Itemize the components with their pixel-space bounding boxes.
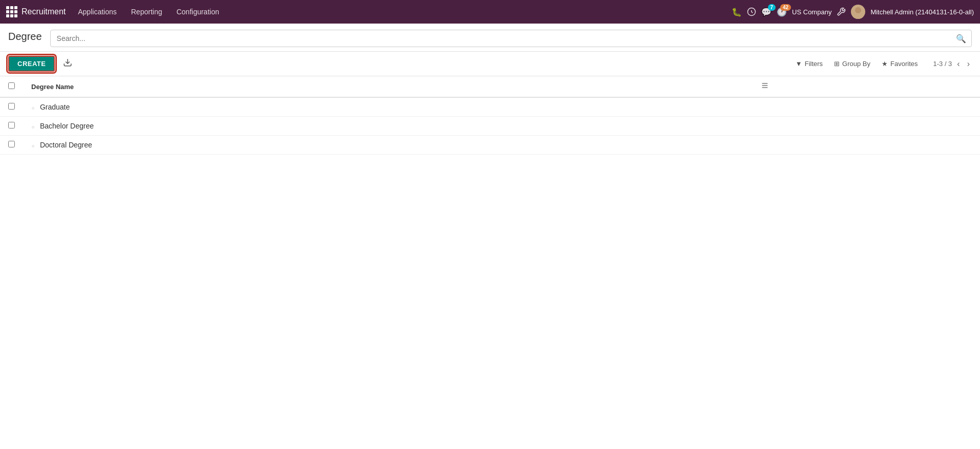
- chat-badge: 7: [768, 4, 776, 11]
- page-header: Degree 🔍: [0, 24, 980, 52]
- svg-point-1: [855, 7, 861, 13]
- filter-group: ▼ Filters ⊞ Group By ★ Favorites: [790, 57, 923, 70]
- groupby-button[interactable]: ⊞ Group By: [829, 57, 875, 70]
- column-settings-button[interactable]: [761, 81, 769, 92]
- svg-point-2: [853, 14, 863, 19]
- user-name: Mitchell Admin (21404131-16-0-all): [870, 8, 974, 16]
- navbar: Recruitment Applications Reporting Confi…: [0, 0, 980, 24]
- clock-badge: 42: [780, 4, 791, 11]
- nav-applications[interactable]: Applications: [72, 6, 123, 18]
- select-all-checkbox[interactable]: [8, 82, 15, 89]
- degree-table: Degree Name: [0, 76, 980, 155]
- row-spacer: [753, 117, 980, 136]
- favorites-label: Favorites: [890, 60, 918, 68]
- filter-icon: ▼: [796, 60, 802, 68]
- table-row[interactable]: ⬦ Doctoral Degree: [0, 136, 980, 155]
- create-button[interactable]: CREATE: [8, 56, 55, 72]
- activity-icon[interactable]: [747, 7, 756, 16]
- app-brand[interactable]: Recruitment: [6, 6, 66, 17]
- pagination-text: 1-3 / 3: [933, 60, 952, 68]
- company-name: US Company: [792, 8, 831, 16]
- prev-page-button[interactable]: ‹: [955, 58, 962, 70]
- toolbar: CREATE ▼ Filters ⊞ Group By: [0, 52, 980, 76]
- favorites-button[interactable]: ★ Favorites: [877, 57, 923, 70]
- row-checkbox-col: [0, 117, 23, 136]
- pagination: 1-3 / 3 ‹ ›: [933, 58, 972, 70]
- row-checkbox-col: [0, 97, 23, 117]
- row-degree-name: ⬦ Bachelor Degree: [23, 117, 753, 136]
- star-icon: ★: [882, 60, 888, 68]
- row-degree-name: ⬦ Graduate: [23, 97, 753, 117]
- download-button[interactable]: [59, 56, 76, 72]
- table-row[interactable]: ⬦ Bachelor Degree: [0, 117, 980, 136]
- avatar[interactable]: [851, 5, 865, 19]
- grid-icon: [6, 6, 17, 17]
- groupby-icon: ⊞: [834, 60, 840, 68]
- nav-configuration[interactable]: Configuration: [170, 6, 225, 18]
- page-title: Degree: [8, 31, 42, 42]
- app-name: Recruitment: [22, 7, 66, 16]
- row-checkbox[interactable]: [8, 141, 15, 147]
- header-checkbox-col: [0, 76, 23, 97]
- drag-handle-icon: ⬦: [31, 104, 35, 111]
- groupby-label: Group By: [842, 60, 870, 68]
- navbar-right: 🐛 💬 7 🕐 42 US Company Mitche: [732, 5, 974, 19]
- clock-icon[interactable]: 🕐 42: [777, 7, 787, 17]
- content-area: Degree 🔍 CREATE ▼ Fil: [0, 24, 980, 449]
- header-settings-col: [753, 76, 980, 97]
- row-checkbox[interactable]: [8, 103, 15, 110]
- filters-label: Filters: [805, 60, 823, 68]
- chat-icon[interactable]: 💬 7: [761, 7, 772, 17]
- search-button[interactable]: 🔍: [951, 34, 971, 44]
- row-checkbox[interactable]: [8, 122, 15, 129]
- settings-icon[interactable]: [837, 7, 846, 16]
- row-degree-name: ⬦ Doctoral Degree: [23, 136, 753, 155]
- nav-reporting[interactable]: Reporting: [125, 6, 169, 18]
- search-input[interactable]: [51, 34, 951, 42]
- table-row[interactable]: ⬦ Graduate: [0, 97, 980, 117]
- drag-handle-icon: ⬦: [31, 142, 35, 149]
- next-page-button[interactable]: ›: [965, 58, 972, 70]
- bug-icon[interactable]: 🐛: [732, 7, 742, 17]
- header-degree-name: Degree Name: [23, 76, 753, 97]
- table-wrapper: Degree Name: [0, 76, 980, 155]
- filters-button[interactable]: ▼ Filters: [790, 57, 828, 70]
- drag-handle-icon: ⬦: [31, 123, 35, 130]
- row-spacer: [753, 136, 980, 155]
- main-layout: Degree 🔍 CREATE ▼ Fil: [0, 24, 980, 449]
- row-spacer: [753, 97, 980, 117]
- row-checkbox-col: [0, 136, 23, 155]
